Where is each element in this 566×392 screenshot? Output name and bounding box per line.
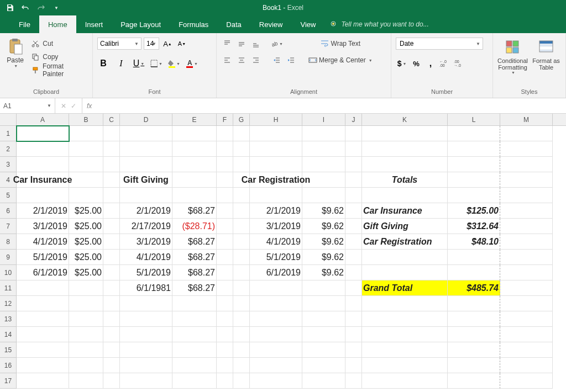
increase-decimal-icon[interactable]: ←.0.00 (439, 57, 451, 70)
cell-G6[interactable] (233, 203, 250, 219)
cell-B17[interactable] (69, 373, 103, 389)
cell-B12[interactable] (69, 296, 103, 311)
cancel-formula-icon[interactable]: ✕ (61, 102, 66, 110)
cell-H1[interactable] (250, 126, 302, 141)
cell-J16[interactable] (345, 358, 362, 373)
tab-view[interactable]: View (291, 15, 324, 33)
cell-M8[interactable] (500, 234, 553, 250)
copy-button[interactable]: Copy (29, 51, 88, 63)
column-header-D[interactable]: D (120, 114, 172, 125)
cell-J14[interactable] (345, 327, 362, 342)
cell-A6[interactable]: 2/1/2019 (17, 203, 69, 219)
decrease-decimal-icon[interactable]: .00→.0 (453, 57, 465, 70)
cell-E9[interactable]: $68.27 (172, 250, 217, 265)
cell-I11[interactable] (302, 280, 345, 296)
cell-F6[interactable] (217, 203, 233, 219)
cell-C9[interactable] (103, 250, 120, 265)
row-header-14[interactable]: 14 (0, 327, 17, 342)
row-header-11[interactable]: 11 (0, 280, 17, 296)
cell-I13[interactable] (302, 311, 345, 327)
column-header-I[interactable]: I (302, 114, 345, 125)
cell-J13[interactable] (345, 311, 362, 327)
cell-G3[interactable] (233, 157, 250, 172)
cell-H15[interactable] (250, 342, 302, 358)
cell-A13[interactable] (17, 311, 69, 327)
cell-E11[interactable]: $68.27 (172, 280, 217, 296)
row-header-15[interactable]: 15 (0, 342, 17, 358)
cell-C16[interactable] (103, 358, 120, 373)
cell-D17[interactable] (120, 373, 172, 389)
column-header-G[interactable]: G (233, 114, 250, 125)
increase-indent-icon[interactable] (285, 54, 297, 66)
cell-B11[interactable] (69, 280, 103, 296)
tab-data[interactable]: Data (217, 15, 250, 33)
format-as-table-button[interactable]: Format as Table (531, 38, 561, 71)
bold-button[interactable]: B (97, 57, 109, 70)
cell-G16[interactable] (233, 358, 250, 373)
cell-B15[interactable] (69, 342, 103, 358)
column-header-K[interactable]: K (362, 114, 448, 125)
cell-E5[interactable] (172, 188, 217, 203)
cut-button[interactable]: Cut (29, 38, 88, 50)
cell-B9[interactable]: $25.00 (69, 250, 103, 265)
cell-C7[interactable] (103, 219, 120, 234)
formula-input[interactable] (96, 98, 566, 113)
font-color-button[interactable]: A▼ (186, 57, 198, 70)
comma-button[interactable]: , (424, 57, 437, 70)
cell-G7[interactable] (233, 219, 250, 234)
cell-I15[interactable] (302, 342, 345, 358)
select-all-button[interactable] (0, 114, 17, 125)
cell-D5[interactable] (120, 188, 172, 203)
row-header-2[interactable]: 2 (0, 141, 17, 157)
cell-M9[interactable] (500, 250, 553, 265)
accounting-button[interactable]: $▼ (396, 57, 408, 70)
cell-L2[interactable] (448, 141, 500, 157)
row-header-12[interactable]: 12 (0, 296, 17, 311)
cell-H17[interactable] (250, 373, 302, 389)
row-header-17[interactable]: 17 (0, 373, 17, 389)
cell-D16[interactable] (120, 358, 172, 373)
cell-C6[interactable] (103, 203, 120, 219)
format-painter-button[interactable]: Format Painter (29, 64, 88, 76)
row-header-7[interactable]: 7 (0, 219, 17, 234)
cell-M11[interactable] (500, 280, 553, 296)
border-button[interactable]: ▼ (150, 57, 163, 70)
align-center-icon[interactable] (235, 54, 248, 66)
column-header-F[interactable]: F (217, 114, 233, 125)
cell-F8[interactable] (217, 234, 233, 250)
cell-G10[interactable] (233, 265, 250, 280)
cell-A4[interactable]: Car Insurance (17, 172, 69, 188)
cell-B1[interactable] (69, 126, 103, 141)
cell-H3[interactable] (250, 157, 302, 172)
align-bottom-icon[interactable] (250, 38, 262, 50)
decrease-font-icon[interactable]: A▼ (176, 38, 188, 50)
cell-L1[interactable] (448, 126, 500, 141)
cell-J15[interactable] (345, 342, 362, 358)
cell-L8[interactable]: $48.10 (448, 234, 500, 250)
cell-J11[interactable] (345, 280, 362, 296)
cell-F10[interactable] (217, 265, 233, 280)
row-header-6[interactable]: 6 (0, 203, 17, 219)
cell-I16[interactable] (302, 358, 345, 373)
cell-D12[interactable] (120, 296, 172, 311)
cell-F13[interactable] (217, 311, 233, 327)
cell-G14[interactable] (233, 327, 250, 342)
cell-C13[interactable] (103, 311, 120, 327)
cell-K10[interactable] (362, 265, 448, 280)
cell-M4[interactable] (500, 172, 553, 188)
cell-C8[interactable] (103, 234, 120, 250)
cell-F4[interactable] (217, 172, 233, 188)
cell-I1[interactable] (302, 126, 345, 141)
cell-I12[interactable] (302, 296, 345, 311)
cell-J12[interactable] (345, 296, 362, 311)
cell-I10[interactable]: $9.62 (302, 265, 345, 280)
cell-M6[interactable] (500, 203, 553, 219)
column-header-C[interactable]: C (103, 114, 120, 125)
cell-L13[interactable] (448, 311, 500, 327)
row-header-9[interactable]: 9 (0, 250, 17, 265)
cell-C12[interactable] (103, 296, 120, 311)
cell-C5[interactable] (103, 188, 120, 203)
cell-F14[interactable] (217, 327, 233, 342)
cell-D8[interactable]: 3/1/2019 (120, 234, 172, 250)
cell-F9[interactable] (217, 250, 233, 265)
